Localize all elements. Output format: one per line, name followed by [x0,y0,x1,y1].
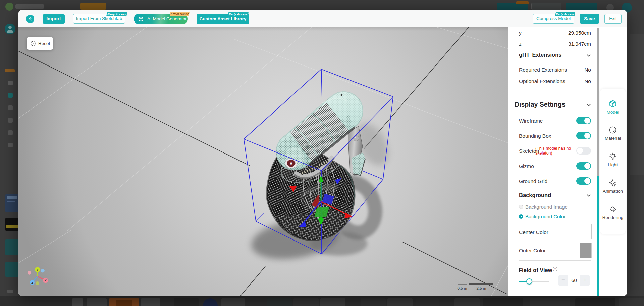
svg-text:?: ? [554,267,556,271]
svg-text:0.5 m: 0.5 m [458,286,467,290]
svg-text:X: X [45,279,47,282]
svg-text:V: V [290,161,292,166]
svg-text:Z: Z [31,281,33,285]
svg-text:Y: Y [37,268,39,272]
svg-text:2.5 m: 2.5 m [477,286,486,290]
